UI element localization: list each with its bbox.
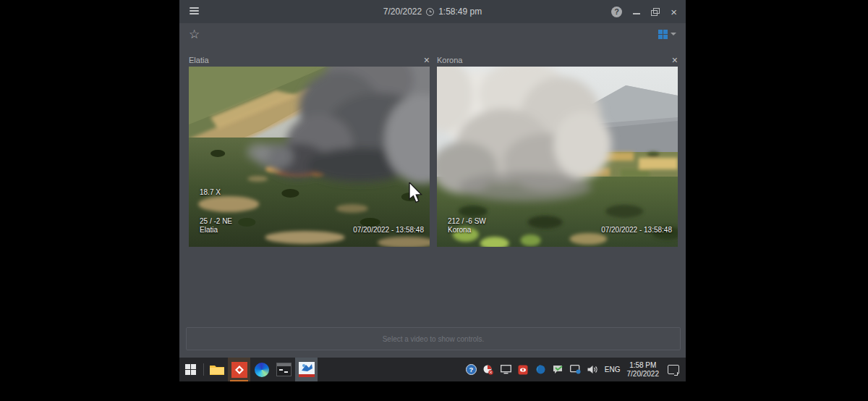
recording-tray-icon[interactable]: [518, 364, 529, 375]
layout-selector[interactable]: [658, 30, 676, 39]
panel-title: Elatia: [189, 56, 209, 64]
media-player-button[interactable]: [228, 358, 250, 381]
edge-browser-button[interactable]: [250, 358, 273, 381]
system-tray: ?: [466, 358, 686, 381]
windows-taskbar: ?: [179, 358, 686, 381]
terminal-icon: [276, 363, 292, 376]
taskbar-clock[interactable]: 1:58 PM 7/20/2022: [627, 361, 660, 379]
video-feed-elatia[interactable]: 18.7 X 25 / -2 NE Elatia 07/20/2022 - 13…: [189, 67, 430, 247]
svg-text:?: ?: [469, 366, 473, 373]
windows-logo-icon: [185, 364, 196, 375]
window-controls: ? ×: [611, 0, 677, 23]
titlebar: 7/20/2022 1:58:49 pm ? ×: [179, 0, 686, 23]
graphics-tray-icon[interactable]: [570, 364, 581, 375]
camera-name-overlay: Elatia: [200, 226, 218, 235]
panel-header: Korona ×: [437, 54, 678, 67]
panel-korona: Korona ×: [437, 54, 678, 247]
chevron-down-icon: [671, 33, 676, 35]
volume-tray-icon[interactable]: [587, 364, 598, 375]
toolbar: ☆: [179, 23, 686, 45]
restore-button[interactable]: [651, 8, 660, 16]
folder-icon: [209, 363, 225, 376]
close-button[interactable]: ×: [671, 7, 677, 17]
video-feed-korona[interactable]: 212 / -6 SW Korona 07/20/2022 - 13:58:48: [437, 67, 678, 247]
camera-app-icon: [299, 362, 315, 377]
file-explorer-button[interactable]: [205, 358, 228, 381]
terminal-button[interactable]: [273, 358, 295, 381]
start-button[interactable]: [179, 358, 202, 381]
zoom-level-overlay: 18.7 X: [200, 188, 221, 197]
favorite-star-icon[interactable]: ☆: [189, 28, 200, 41]
panel-title: Korona: [437, 56, 462, 64]
grid-layout-icon: [658, 30, 668, 39]
taskbar-separator: [203, 363, 204, 376]
security-tray-icon[interactable]: [483, 364, 494, 375]
remote-screen: 7/20/2022 1:58:49 pm ? × ☆: [179, 0, 686, 381]
timestamp-overlay: 07/20/2022 - 13:58:48: [353, 226, 424, 235]
network-globe-tray-icon[interactable]: [535, 364, 546, 375]
help-button[interactable]: ?: [611, 7, 622, 17]
display-tray-icon[interactable]: [501, 364, 511, 375]
video-panels: Elatia ×: [189, 54, 678, 247]
messaging-tray-icon[interactable]: [553, 364, 563, 375]
camera-name-overlay: Korona: [448, 226, 471, 235]
panel-close-icon[interactable]: ×: [424, 55, 430, 65]
panel-elatia: Elatia ×: [189, 54, 430, 247]
edge-icon: [255, 363, 269, 377]
pan-tilt-overlay: 212 / -6 SW: [448, 217, 486, 226]
media-player-icon: [231, 362, 247, 378]
controls-hint-text: Select a video to show controls.: [383, 335, 485, 343]
video-controls-bar: Select a video to show controls.: [186, 327, 681, 350]
pan-tilt-overlay: 25 / -2 NE: [200, 217, 232, 226]
action-center-icon[interactable]: [668, 365, 679, 374]
titlebar-date: 7/20/2022: [383, 7, 422, 17]
panel-close-icon[interactable]: ×: [672, 55, 678, 65]
taskbar-time: 1:58 PM: [627, 361, 660, 370]
help-tray-icon[interactable]: ?: [466, 364, 477, 375]
taskbar-apps: [179, 358, 318, 381]
desktop: 7/20/2022 1:58:49 pm ? × ☆: [0, 0, 868, 401]
timestamp-overlay: 07/20/2022 - 13:58:48: [601, 226, 672, 235]
panel-header: Elatia ×: [189, 54, 430, 67]
camera-monitor-window: 7/20/2022 1:58:49 pm ? × ☆: [179, 0, 686, 358]
camera-app-button[interactable]: [295, 358, 318, 381]
language-indicator[interactable]: ENG: [605, 366, 621, 373]
minimize-button[interactable]: [633, 13, 640, 14]
clock-icon: [426, 8, 434, 16]
taskbar-date: 7/20/2022: [627, 370, 660, 379]
titlebar-time: 1:58:49 pm: [438, 7, 482, 17]
titlebar-datetime: 7/20/2022 1:58:49 pm: [179, 0, 686, 23]
